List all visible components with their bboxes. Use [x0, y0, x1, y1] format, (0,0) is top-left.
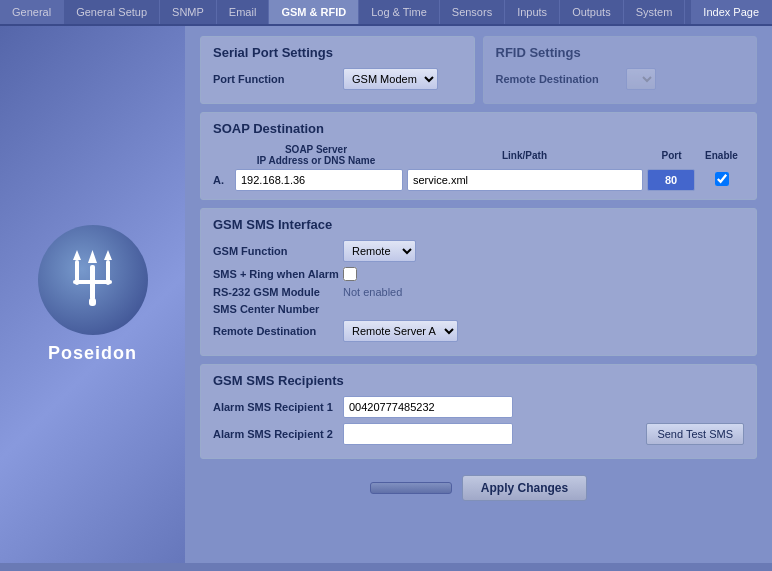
soap-ip-input-a[interactable]: [235, 169, 403, 191]
port-function-select[interactable]: GSM Modem RS-232 None: [343, 68, 438, 90]
soap-header-port: Port: [644, 150, 699, 161]
blank-button[interactable]: [370, 482, 452, 494]
rfid-remote-dest-row: Remote Destination: [496, 68, 745, 90]
recipient2-row: Alarm SMS Recipient 2 Send Test SMS: [213, 423, 744, 445]
gsm-function-label: GSM Function: [213, 245, 343, 257]
soap-section: SOAP Destination SOAP Server IP Address …: [200, 112, 757, 200]
sms-ring-label: SMS + Ring when Alarm: [213, 268, 343, 280]
recipient1-row: Alarm SMS Recipient 1: [213, 396, 744, 418]
gsm-function-select[interactable]: Remote Local Disabled: [343, 240, 416, 262]
tab-general[interactable]: General: [0, 0, 64, 24]
logo-circle: [38, 225, 148, 335]
apply-changes-button[interactable]: Apply Changes: [462, 475, 587, 501]
port-function-row: Port Function GSM Modem RS-232 None: [213, 68, 462, 90]
gsm-sms-section: GSM SMS Interface GSM Function Remote Lo…: [200, 208, 757, 356]
soap-title: SOAP Destination: [213, 121, 744, 136]
rs232-value: Not enabled: [343, 286, 402, 298]
soap-header-link: Link/Path: [405, 150, 644, 161]
send-test-sms-button[interactable]: Send Test SMS: [646, 423, 744, 445]
tab-snmp[interactable]: SNMP: [160, 0, 217, 24]
tab-gsm-rfid[interactable]: GSM & RFID: [269, 0, 359, 24]
logo-panel: Poseidon: [0, 26, 185, 563]
main-content: Poseidon Serial Port Settings Port Funct…: [0, 26, 772, 563]
rs232-label: RS-232 GSM Module: [213, 286, 343, 298]
serial-port-title: Serial Port Settings: [213, 45, 462, 60]
soap-row-label-a: A.: [213, 174, 231, 186]
gsm-recipients-section: GSM SMS Recipients Alarm SMS Recipient 1…: [200, 364, 757, 459]
recipient2-input[interactable]: [343, 423, 513, 445]
tab-email[interactable]: Email: [217, 0, 270, 24]
soap-header-ip: SOAP Server IP Address or DNS Name: [231, 144, 401, 166]
logo-brand-text: Poseidon: [48, 343, 137, 364]
port-function-label: Port Function: [213, 73, 343, 85]
soap-header-enable: Enable: [699, 150, 744, 161]
trident-icon: [65, 245, 120, 316]
tab-system[interactable]: System: [624, 0, 686, 24]
soap-enable-checkbox-a[interactable]: [715, 172, 729, 186]
svg-marker-3: [88, 250, 97, 263]
rs232-row: RS-232 GSM Module Not enabled: [213, 286, 744, 298]
svg-marker-5: [104, 250, 112, 260]
recipient2-label: Alarm SMS Recipient 2: [213, 428, 343, 440]
rfid-remote-dest-label: Remote Destination: [496, 73, 626, 85]
rfid-section: RFID Settings Remote Destination: [483, 36, 758, 104]
remote-dest-row: Remote Destination Remote Server A Remot…: [213, 320, 744, 342]
sms-ring-row: SMS + Ring when Alarm: [213, 267, 744, 281]
soap-row-a: A.: [213, 169, 744, 191]
soap-link-input-a[interactable]: [407, 169, 643, 191]
recipient1-input[interactable]: [343, 396, 513, 418]
soap-port-input-a[interactable]: [647, 169, 695, 191]
rfid-title: RFID Settings: [496, 45, 745, 60]
svg-marker-4: [73, 250, 81, 260]
gsm-sms-title: GSM SMS Interface: [213, 217, 744, 232]
svg-rect-6: [73, 280, 112, 284]
top-sections: Serial Port Settings Port Function GSM M…: [200, 36, 757, 104]
recipient1-label: Alarm SMS Recipient 1: [213, 401, 343, 413]
tab-sensors[interactable]: Sensors: [440, 0, 505, 24]
remote-dest-label: Remote Destination: [213, 325, 343, 337]
tab-inputs[interactable]: Inputs: [505, 0, 560, 24]
tab-outputs[interactable]: Outputs: [560, 0, 624, 24]
soap-table-header: SOAP Server IP Address or DNS Name Link/…: [213, 144, 744, 166]
tab-log-time[interactable]: Log & Time: [359, 0, 440, 24]
gsm-recipients-title: GSM SMS Recipients: [213, 373, 744, 388]
rfid-remote-dest-select[interactable]: [626, 68, 656, 90]
tab-general-setup[interactable]: General Setup: [64, 0, 160, 24]
remote-dest-select[interactable]: Remote Server A Remote Server B: [343, 320, 458, 342]
serial-port-section: Serial Port Settings Port Function GSM M…: [200, 36, 475, 104]
svg-rect-7: [89, 298, 96, 306]
sms-center-row: SMS Center Number: [213, 303, 744, 315]
gsm-function-row: GSM Function Remote Local Disabled: [213, 240, 744, 262]
settings-panel: Serial Port Settings Port Function GSM M…: [185, 26, 772, 563]
tab-index-page[interactable]: Index Page: [691, 0, 772, 24]
top-navigation: General General Setup SNMP Email GSM & R…: [0, 0, 772, 26]
sms-center-label: SMS Center Number: [213, 303, 343, 315]
bottom-bar: Apply Changes: [200, 467, 757, 501]
sms-ring-checkbox[interactable]: [343, 267, 357, 281]
